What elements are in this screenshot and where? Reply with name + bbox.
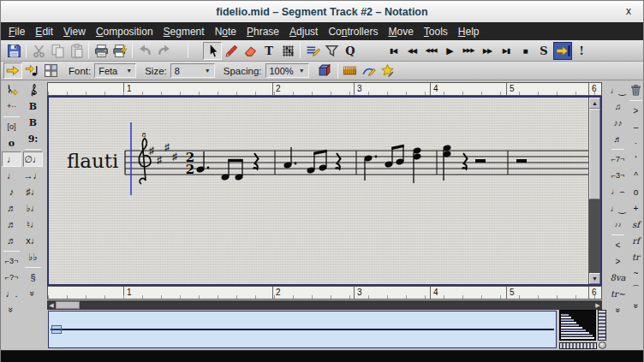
crescendo-button[interactable]: < [610, 237, 626, 252]
sixteenth-note-button[interactable]: ♬ [2, 200, 21, 216]
select-tool-icon[interactable] [203, 42, 222, 60]
notation-canvas[interactable]: flauti8♯♯♯♯22 [49, 98, 588, 284]
copy-icon[interactable] [48, 42, 67, 60]
rinforzando-button[interactable]: rf [628, 233, 644, 248]
alto-clef-button[interactable]: B [23, 98, 43, 114]
menu-note[interactable]: Note [210, 24, 242, 39]
breve-button[interactable]: [o] [2, 119, 21, 134]
phrasing-slur-button[interactable]: ♩‿ [610, 200, 626, 216]
panorama-strip[interactable] [48, 311, 557, 348]
print-preview-icon[interactable] [110, 42, 129, 60]
panorama-view-rect[interactable] [51, 325, 62, 334]
menu-file[interactable]: File [3, 24, 30, 39]
fast-forward-button[interactable]: ▶▶▶ [459, 42, 478, 60]
top-bar-ruler[interactable]: 123456 [47, 82, 602, 96]
menu-controllers[interactable]: Controllers [323, 24, 383, 39]
dotted-note-button[interactable]: ♩. [2, 286, 21, 301]
treble-clef-icon[interactable] [23, 82, 43, 98]
menu-move[interactable]: Move [383, 24, 418, 39]
velocity-ruler-icon[interactable] [341, 62, 360, 79]
beam-group-button[interactable]: ♫ [610, 98, 626, 114]
more-group-tools-button[interactable]: » [610, 302, 626, 317]
open-button[interactable]: o [628, 184, 644, 199]
forward-to-end-button[interactable]: ▶▮ [497, 42, 516, 60]
horizontal-scroll-thumb[interactable] [56, 301, 80, 309]
stop-button[interactable]: ■ [516, 42, 534, 60]
spacing-dropdown[interactable]: 100% ▼ [265, 63, 309, 78]
thirty-second-note-button[interactable]: ♬ [2, 217, 21, 232]
tenor-clef-button[interactable]: B [23, 115, 43, 130]
text-tool-button[interactable]: T [259, 42, 278, 60]
more-symbols-button[interactable]: » [23, 286, 43, 301]
decrescendo-button[interactable]: > [610, 253, 626, 269]
menu-view[interactable]: View [58, 24, 91, 39]
play-button[interactable]: ▶ [440, 42, 459, 60]
staccatissimo-button[interactable]: ' [628, 151, 644, 167]
trill-line-button[interactable]: tr~ [610, 286, 626, 301]
scroll-tracking-icon[interactable] [553, 42, 572, 60]
erase-tool-icon[interactable] [241, 42, 259, 60]
cut-icon[interactable] [29, 42, 48, 60]
save-icon[interactable] [4, 42, 23, 60]
double-flat-button[interactable]: ♭♭ [23, 249, 43, 264]
quantize-button[interactable]: Q [341, 42, 360, 60]
zoom-knob[interactable] [599, 341, 606, 349]
more-durations-button[interactable]: » [2, 302, 21, 317]
ottava-button[interactable]: 8va [610, 270, 626, 285]
menu-help[interactable]: Help [453, 24, 485, 39]
event-filter-icon[interactable] [322, 42, 341, 60]
bottom-bar-ruler[interactable]: 123456 [47, 286, 602, 300]
forward-button[interactable]: ▶▶ [478, 42, 497, 60]
scroll-up-icon[interactable]: ▲ [589, 98, 600, 109]
tuplet-button[interactable]: ⌐?¬ [2, 270, 21, 285]
paste-icon[interactable] [67, 42, 86, 60]
slur-button[interactable]: ♩⌢ [610, 184, 626, 199]
close-icon[interactable]: x [626, 5, 631, 17]
vertical-scrollbar[interactable]: ▲ ▼ [588, 98, 600, 284]
undo-icon[interactable] [135, 42, 154, 60]
fast-rewind-button[interactable]: ◀◀◀ [421, 42, 440, 60]
scroll-right-icon[interactable]: ▶ [593, 302, 602, 309]
sixty-fourth-note-button[interactable]: ♬ [2, 233, 21, 248]
sharp-button[interactable]: ♯♩ [23, 184, 43, 199]
staccato-button[interactable]: · [628, 135, 644, 151]
horizontal-zoom-slider[interactable] [559, 342, 597, 349]
delete-icon[interactable] [628, 82, 644, 98]
grace-notes-button[interactable]: ♪♪ [610, 217, 626, 232]
eighth-note-button[interactable]: ♪ [2, 184, 21, 199]
menu-segment[interactable]: Segment [158, 24, 210, 39]
tenuto-button[interactable]: – [628, 119, 644, 134]
panic-button[interactable]: ! [572, 42, 591, 60]
bass-clef-button[interactable]: 9: [23, 131, 43, 146]
menu-phrase[interactable]: Phrase [242, 24, 284, 39]
sixteenth-group-button[interactable]: ♬ [610, 131, 626, 146]
misc-layout-tool-icon[interactable] [316, 62, 335, 79]
size-dropdown[interactable]: 8 ▼ [170, 63, 215, 78]
draw-tool-icon[interactable] [222, 42, 241, 60]
redo-icon[interactable] [154, 42, 173, 60]
triplet-button[interactable]: ⌐3¬ [2, 253, 21, 269]
sforzando-button[interactable]: sf [628, 217, 644, 232]
solo-button[interactable]: S [534, 42, 553, 60]
toggle-dot-button[interactable]: +·· [2, 98, 21, 114]
toggle-rest-mode-icon[interactable] [2, 82, 21, 98]
quarter-note-button[interactable]: ♩ [2, 168, 21, 183]
marcato-button[interactable]: ^ [628, 168, 644, 183]
menu-composition[interactable]: Composition [91, 24, 158, 39]
fermata-button[interactable]: ⌒ [628, 282, 644, 297]
add-control-ruler-icon[interactable] [379, 62, 397, 79]
layout-mode-icon[interactable] [41, 62, 60, 79]
print-icon[interactable] [92, 42, 110, 60]
menu-tools[interactable]: Tools [419, 24, 453, 39]
step-record-mode-icon[interactable] [22, 62, 41, 79]
break-tuplet-button[interactable]: ⌐7¬ [610, 151, 626, 167]
control-ruler-icon[interactable] [360, 62, 379, 79]
font-dropdown[interactable]: Feta ▼ [94, 63, 136, 78]
horizontal-scrollbar[interactable]: ◀ ▶ [47, 300, 602, 310]
vertical-scroll-thumb[interactable] [589, 109, 600, 199]
title-bar[interactable]: fidelio.mid – Segment Track #2 – Notatio… [1, 1, 643, 23]
step-insert-mode-icon[interactable] [3, 62, 22, 79]
scroll-left-icon[interactable]: ◀ [47, 302, 56, 309]
accent-button[interactable]: > [628, 103, 644, 118]
half-note-button[interactable]: ♩ [2, 151, 21, 167]
